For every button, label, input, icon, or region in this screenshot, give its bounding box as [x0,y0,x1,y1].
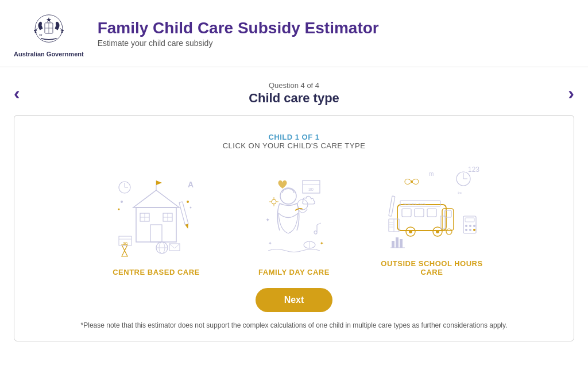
svg-rect-61 [402,209,411,217]
svg-rect-33 [179,202,188,225]
svg-text:✦: ✦ [268,241,272,246]
child-indicator: CHILD 1 OF 1 CLICK ON YOUR CHILD'S CARE … [26,133,562,150]
question-area: Question 4 of 4 Child care type [249,81,339,106]
svg-rect-40 [169,244,180,251]
svg-text:✦: ✦ [265,217,270,223]
page-subtitle: Estimate your child care subsidy [98,39,379,48]
svg-rect-63 [427,209,436,217]
svg-text:✂: ✂ [458,190,462,196]
next-arrow-button[interactable]: › [568,83,574,104]
care-type-centre-based[interactable]: 30 A CENTRE BASED CARE [99,170,214,276]
svg-point-77 [465,225,467,227]
svg-point-81 [469,229,471,231]
svg-text:✦: ✦ [320,241,324,246]
svg-text:A: A [188,180,194,189]
svg-point-66 [409,230,412,233]
svg-rect-91 [400,239,403,248]
centre-based-care-label: CENTRE BASED CARE [113,268,200,276]
svg-point-79 [473,225,475,227]
svg-point-8 [34,30,36,32]
child-count-label: CHILD 1 OF 1 [26,133,562,141]
svg-marker-4 [47,17,51,22]
svg-text:30: 30 [308,187,314,192]
svg-point-80 [465,229,467,231]
page-title: Family Child Care Subsidy Estimator [98,19,379,37]
svg-point-11 [62,30,64,32]
gov-crest-icon [29,9,69,49]
next-button-row: Next [26,288,562,312]
svg-text:30: 30 [123,241,127,245]
svg-marker-23 [156,180,162,185]
svg-rect-89 [392,241,394,248]
svg-text:m: m [429,171,434,177]
question-navigation: ‹ Question 4 of 4 Child care type › [0,67,588,115]
outside-school-hours-care-icon: SCHOOL BUS 123 [383,162,481,253]
svg-point-82 [473,229,475,231]
svg-rect-15 [150,225,162,242]
title-area: Family Child Care Subsidy Estimator Esti… [98,19,379,48]
svg-rect-64 [444,210,451,217]
svg-rect-76 [465,218,474,222]
svg-point-68 [436,230,439,233]
svg-point-37 [190,207,192,209]
question-title: Child care type [249,91,339,106]
gov-name-text: Australian Government [14,51,84,57]
care-type-outside-school[interactable]: SCHOOL BUS 123 [374,162,489,276]
svg-rect-58 [442,209,454,230]
care-type-family-day[interactable]: 30 ✦ ✦ ✦ [237,170,351,276]
svg-marker-14 [133,190,179,207]
next-button[interactable]: Next [256,288,333,312]
outside-school-hours-care-label: OUTSIDE SCHOOL HOURS CARE [374,259,489,276]
svg-point-7 [34,32,36,33]
disclaimer-text: *Please note that this estimator does no… [26,321,562,329]
centre-based-care-icon: 30 A [107,170,205,262]
svg-rect-83 [389,196,395,216]
svg-rect-70 [440,216,445,229]
family-day-care-icon: 30 ✦ ✦ ✦ [245,170,343,262]
care-types-row: 30 A CENTRE BASED CARE [26,162,562,276]
question-number: Question 4 of 4 [249,81,339,90]
prev-arrow-button[interactable]: ‹ [14,83,20,104]
svg-point-12 [60,29,61,30]
svg-point-36 [187,201,189,203]
svg-point-94 [411,180,413,183]
svg-point-42 [297,199,308,210]
child-instruction-label: CLICK ON YOUR CHILD'S CARE TYPE [26,141,562,150]
family-day-care-label: FAMILY DAY CARE [258,268,330,276]
svg-point-41 [280,188,296,204]
svg-line-46 [317,223,321,225]
svg-marker-6 [40,34,42,36]
svg-text:SCHOOL BUS: SCHOOL BUS [403,202,425,206]
svg-point-9 [36,29,37,30]
page-header: Australian Government Family Child Care … [0,0,588,67]
svg-point-69 [446,229,452,235]
svg-point-50 [272,199,276,204]
svg-point-38 [121,201,123,203]
svg-rect-90 [396,237,399,248]
logo-area: Australian Government [14,9,84,57]
main-card: CHILD 1 OF 1 CLICK ON YOUR CHILD'S CARE … [14,115,574,341]
svg-point-10 [61,32,63,33]
svg-rect-62 [415,209,424,217]
svg-text:123: 123 [468,166,479,174]
svg-point-78 [469,225,471,227]
svg-marker-5 [39,34,41,36]
svg-point-39 [118,209,120,210]
svg-marker-34 [185,224,189,229]
